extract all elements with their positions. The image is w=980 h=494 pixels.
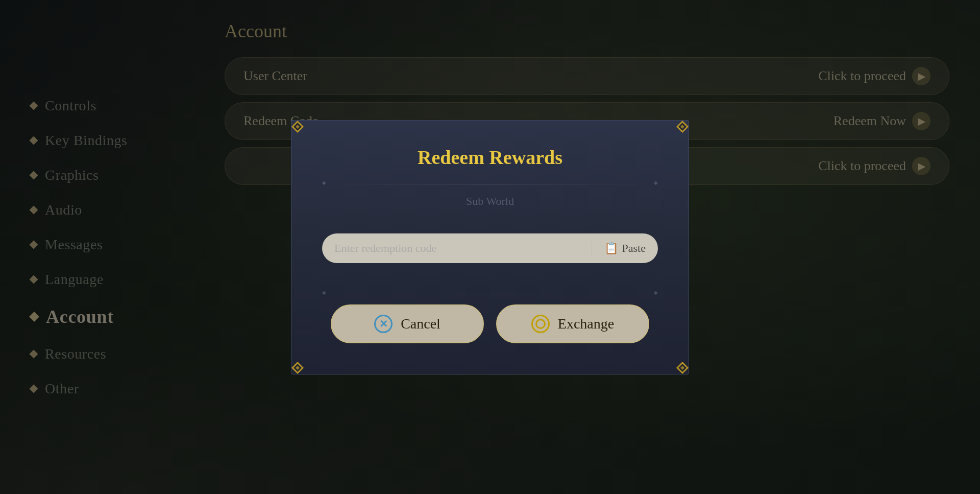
- modal-subtitle: Sub World: [466, 195, 514, 208]
- exchange-button[interactable]: Exchange: [496, 304, 649, 343]
- cancel-label: Cancel: [401, 316, 440, 332]
- corner-decoration-tr: [675, 120, 690, 134]
- modal-overlay: Redeem Rewards Sub World 📋 Paste ✕ Cance…: [0, 0, 980, 494]
- corner-decoration-br: [675, 361, 690, 375]
- cancel-icon: ✕: [374, 315, 393, 333]
- redemption-code-input[interactable]: [322, 233, 592, 263]
- paste-icon: 📋: [604, 242, 618, 255]
- redemption-code-input-wrapper: 📋 Paste: [322, 233, 658, 263]
- paste-button[interactable]: 📋 Paste: [592, 233, 658, 263]
- modal-bottom-divider: [322, 294, 658, 294]
- corner-decoration-tl: [290, 120, 305, 134]
- exchange-icon: [531, 315, 550, 333]
- redeem-rewards-modal: Redeem Rewards Sub World 📋 Paste ✕ Cance…: [291, 120, 689, 374]
- modal-top-divider: [322, 184, 658, 184]
- cancel-button[interactable]: ✕ Cancel: [331, 304, 484, 343]
- corner-decoration-bl: [290, 361, 305, 375]
- paste-label: Paste: [622, 242, 646, 255]
- exchange-label: Exchange: [558, 316, 614, 332]
- modal-title: Redeem Rewards: [418, 146, 562, 169]
- modal-buttons: ✕ Cancel Exchange: [322, 304, 658, 343]
